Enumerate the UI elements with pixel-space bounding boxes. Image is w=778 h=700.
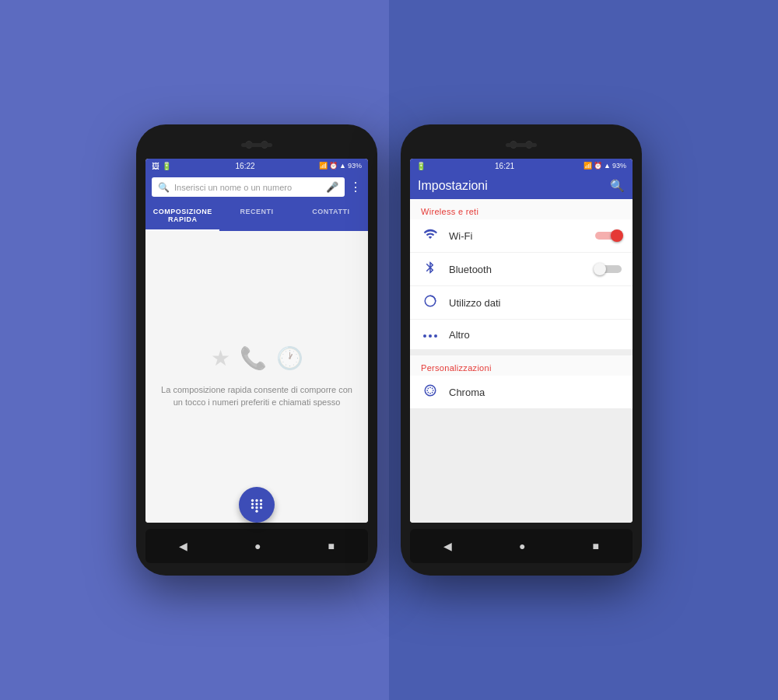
- svg-point-13: [434, 334, 437, 338]
- svg-point-11: [423, 334, 426, 338]
- phone-dialer: 🖼 🔋 16:22 📶 ⏰ ▲ 93% 🔍 Inserisc: [136, 124, 377, 576]
- alarm-icon-2: ⏰: [594, 162, 602, 170]
- status-bar-left-2: 🔋: [416, 162, 426, 170]
- wifi-setting-icon: [421, 227, 440, 244]
- svg-point-5: [260, 502, 262, 505]
- signal-icon: 📶: [319, 162, 328, 170]
- recents-button[interactable]: ■: [328, 540, 335, 552]
- settings-screen: 🔋 16:21 📶 ⏰ ▲ 93% Impostazioni 🔍: [410, 159, 633, 523]
- settings-item-wifi[interactable]: Wi-Fi: [410, 219, 633, 253]
- bluetooth-toggle[interactable]: [595, 264, 622, 275]
- nav-bar-settings: ◀ ● ■: [410, 529, 633, 563]
- wifi-icon-status-2: ▲: [604, 162, 611, 170]
- section-label-wireless: Wireless e reti: [410, 199, 633, 219]
- tab-recenti[interactable]: RECENTI: [219, 201, 293, 231]
- status-bar-left: 🖼 🔋: [152, 162, 171, 170]
- signal-icon-2: 📶: [584, 162, 592, 170]
- star-icon: ★: [211, 345, 230, 371]
- section-personalizzazioni: Personalizzazioni Chroma: [410, 355, 633, 408]
- dialpad-fab[interactable]: [239, 487, 275, 523]
- chroma-icon: [421, 383, 440, 401]
- settings-item-chroma[interactable]: Chroma: [410, 376, 633, 408]
- recents-button-2[interactable]: ■: [593, 540, 599, 552]
- svg-point-0: [251, 499, 254, 502]
- speaker: [241, 143, 272, 147]
- svg-point-4: [255, 502, 258, 505]
- battery-saver-icon-2: 🔋: [416, 162, 426, 170]
- clock-icon: 🕐: [276, 345, 303, 371]
- status-bar-dialer: 🖼 🔋 16:22 📶 ⏰ ▲ 93%: [145, 159, 368, 173]
- svg-point-6: [251, 506, 254, 509]
- dialer-empty-state: ★ 📞 🕐 La composizione rapida consente di…: [145, 231, 368, 523]
- search-placeholder: Inserisci un nome o un numero: [174, 183, 321, 192]
- data-usage-icon: [421, 294, 440, 311]
- settings-item-data-usage[interactable]: Utilizzo dati: [410, 286, 633, 320]
- empty-state-icons: ★ 📞 🕐: [211, 345, 303, 371]
- battery-pct: 93%: [348, 162, 362, 170]
- settings-item-altro[interactable]: Altro: [410, 320, 633, 349]
- svg-point-14: [425, 385, 436, 396]
- home-button[interactable]: ●: [254, 540, 261, 552]
- phone-top-bar-2: [410, 137, 633, 152]
- svg-point-7: [255, 506, 258, 509]
- svg-point-3: [251, 502, 254, 505]
- tab-composizione-rapida[interactable]: COMPOSIZIONE RAPIDA: [145, 201, 219, 231]
- more-options-icon[interactable]: ⋮: [349, 180, 362, 194]
- phone-icon: 📞: [240, 345, 267, 371]
- speaker-2: [506, 143, 537, 147]
- status-time: 16:22: [236, 162, 255, 170]
- back-button[interactable]: ◀: [179, 540, 187, 552]
- nav-bar-dialer: ◀ ● ■: [145, 529, 368, 563]
- chroma-name: Chroma: [449, 387, 622, 398]
- empty-state-text: La composizione rapida consente di compo…: [161, 383, 352, 409]
- settings-title: Impostazioni: [418, 179, 488, 193]
- section-wireless: Wireless e reti Wi-Fi: [410, 199, 633, 349]
- settings-toolbar: Impostazioni 🔍: [410, 173, 633, 199]
- status-bar-right-2: 📶 ⏰ ▲ 93%: [584, 162, 626, 170]
- status-time-2: 16:21: [495, 162, 514, 170]
- phone-settings: 🔋 16:21 📶 ⏰ ▲ 93% Impostazioni 🔍: [401, 124, 642, 576]
- bluetooth-setting-icon: [421, 261, 440, 278]
- bluetooth-setting-name: Bluetooth: [449, 264, 586, 275]
- svg-point-9: [255, 510, 258, 513]
- dialer-tabs: COMPOSIZIONE RAPIDA RECENTI CONTATTI: [145, 201, 368, 231]
- alarm-icon: ⏰: [329, 162, 338, 170]
- status-bar-settings: 🔋 16:21 📶 ⏰ ▲ 93%: [410, 159, 633, 173]
- settings-content: Wireless e reti Wi-Fi: [410, 199, 633, 523]
- wifi-toggle[interactable]: [595, 230, 622, 241]
- altro-icon: [421, 327, 440, 341]
- settings-item-bluetooth[interactable]: Bluetooth: [410, 253, 633, 286]
- dialpad-icon: [248, 496, 265, 513]
- phone-top-bar: [145, 137, 368, 152]
- svg-point-2: [260, 499, 262, 502]
- image-icon: 🖼: [152, 162, 159, 170]
- svg-point-12: [429, 334, 432, 338]
- data-usage-name: Utilizzo dati: [449, 297, 622, 309]
- dialer-screen: 🖼 🔋 16:22 📶 ⏰ ▲ 93% 🔍 Inserisc: [145, 159, 368, 523]
- mic-icon[interactable]: 🎤: [326, 181, 338, 193]
- battery-saver-icon: 🔋: [162, 162, 171, 170]
- wifi-setting-name: Wi-Fi: [449, 230, 586, 242]
- svg-point-8: [260, 506, 262, 509]
- phones-container: 🖼 🔋 16:22 📶 ⏰ ▲ 93% 🔍 Inserisc: [136, 124, 642, 576]
- tab-contatti[interactable]: CONTATTI: [294, 201, 368, 231]
- search-icon: 🔍: [158, 182, 170, 193]
- svg-point-1: [255, 499, 258, 502]
- home-button-2[interactable]: ●: [519, 540, 525, 552]
- section-label-personalizzazioni: Personalizzazioni: [410, 355, 633, 376]
- search-box[interactable]: 🔍 Inserisci un nome o un numero 🎤: [152, 177, 345, 197]
- dialer-header: 🔍 Inserisci un nome o un numero 🎤 ⋮: [145, 173, 368, 201]
- altro-name: Altro: [449, 329, 622, 341]
- settings-search-icon[interactable]: 🔍: [610, 179, 625, 193]
- wifi-icon-status: ▲: [339, 162, 346, 170]
- battery-pct-2: 93%: [612, 162, 626, 170]
- back-button-2[interactable]: ◀: [443, 540, 452, 552]
- status-bar-right: 📶 ⏰ ▲ 93%: [319, 162, 362, 170]
